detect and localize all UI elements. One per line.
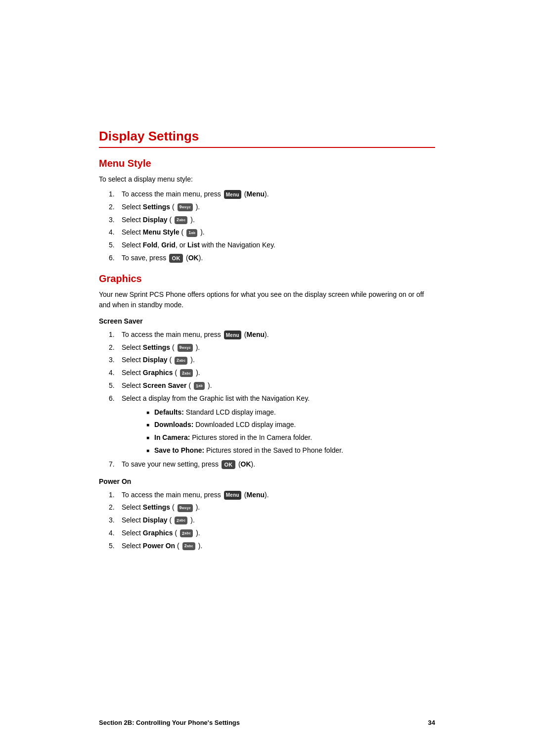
settings-key-1: 9wxyz: [178, 203, 193, 211]
ss-step-7: 7. To save your new setting, press OK (O…: [109, 459, 435, 471]
menu-key-2: Menu: [224, 331, 241, 339]
step-3: 3. Select Display ( 2abc ).: [109, 214, 435, 226]
screen-saver-heading: Screen Saver: [99, 317, 435, 325]
ss-step-5: 5. Select Screen Saver ( 1ab ).: [109, 380, 435, 392]
bullet-incamera: In Camera: Pictures stored in the In Cam…: [146, 432, 435, 444]
screensaver-key: 1ab: [194, 382, 205, 390]
screen-saver-steps: 1. To access the main menu, press Menu (…: [109, 329, 435, 471]
menu-style-section: Menu Style To select a display menu styl…: [99, 158, 435, 264]
ss-step-4: 4. Select Graphics ( 2abc ).: [109, 367, 435, 379]
ss-step-6: 6. Select a display from the Graphic lis…: [109, 393, 435, 457]
display-key-2: 2abc: [175, 357, 187, 365]
graphics-title: Graphics: [99, 273, 435, 284]
power-on-steps: 1. To access the main menu, press Menu (…: [109, 489, 435, 552]
step-6: 6. To save, press OK (OK).: [109, 252, 435, 264]
graphic-options: Defaults: Standard LCD display image. Do…: [146, 407, 435, 457]
power-on-heading: Power On: [99, 477, 435, 485]
menu-style-title: Menu Style: [99, 158, 435, 169]
menu-key-1: Menu: [224, 190, 241, 199]
step-2: 2. Select Settings ( 9wxyz ).: [109, 201, 435, 213]
poweron-key: 2abc: [182, 542, 195, 550]
display-key-3: 2abc: [175, 517, 187, 524]
bullet-defaults: Defaults: Standard LCD display image.: [146, 407, 435, 419]
step-5: 5. Select Fold, Grid, or List with the N…: [109, 239, 435, 251]
po-step-2: 2. Select Settings ( 9wxyz ).: [109, 502, 435, 514]
power-on-section: Power On 1. To access the main menu, pre…: [99, 477, 435, 552]
menu-style-steps: 1. To access the main menu, press Menu (…: [109, 189, 435, 264]
menustyle-key: 1ab: [186, 229, 197, 237]
page: Display Settings Menu Style To select a …: [0, 0, 534, 756]
po-step-5: 5. Select Power On ( 2abc ).: [109, 540, 435, 552]
graphics-key-1: 2abc: [180, 369, 193, 377]
footer-left-text: Section 2B: Controlling Your Phone's Set…: [99, 719, 240, 726]
menu-style-intro: To select a display menu style:: [99, 174, 435, 185]
ss-step-1: 1. To access the main menu, press Menu (…: [109, 329, 435, 341]
ss-step-2: 2. Select Settings ( 9wxyz ).: [109, 342, 435, 354]
po-step-4: 4. Select Graphics ( 2abc ).: [109, 527, 435, 539]
step-4: 4. Select Menu Style ( 1ab ).: [109, 227, 435, 238]
ok-key-1: OK: [169, 254, 183, 263]
menu-key-3: Menu: [224, 491, 241, 500]
footer: Section 2B: Controlling Your Phone's Set…: [0, 719, 534, 726]
po-step-1: 1. To access the main menu, press Menu (…: [109, 489, 435, 501]
po-step-3: 3. Select Display ( 2abc ).: [109, 515, 435, 526]
step-1: 1. To access the main menu, press Menu (…: [109, 189, 435, 200]
screen-saver-section: Screen Saver 1. To access the main menu,…: [99, 317, 435, 471]
footer-page-number: 34: [428, 719, 435, 726]
graphics-intro: Your new Sprint PCS Phone offers options…: [99, 289, 435, 310]
ss-step-3: 3. Select Display ( 2abc ).: [109, 354, 435, 366]
ok-key-2: OK: [222, 460, 235, 469]
settings-key-3: 9wxyz: [178, 504, 193, 512]
bullet-downloads: Downloads: Downloaded LCD display image.: [146, 419, 435, 431]
graphics-section: Graphics Your new Sprint PCS Phone offer…: [99, 273, 435, 552]
section-title: Display Settings: [99, 129, 435, 148]
settings-key-2: 9wxyz: [178, 344, 193, 352]
graphics-key-2: 2abc: [180, 529, 193, 537]
bullet-savetophone: Save to Phone: Pictures stored in the Sa…: [146, 445, 435, 457]
display-key-1: 2abc: [175, 216, 187, 224]
display-settings-title: Display Settings: [99, 129, 435, 148]
